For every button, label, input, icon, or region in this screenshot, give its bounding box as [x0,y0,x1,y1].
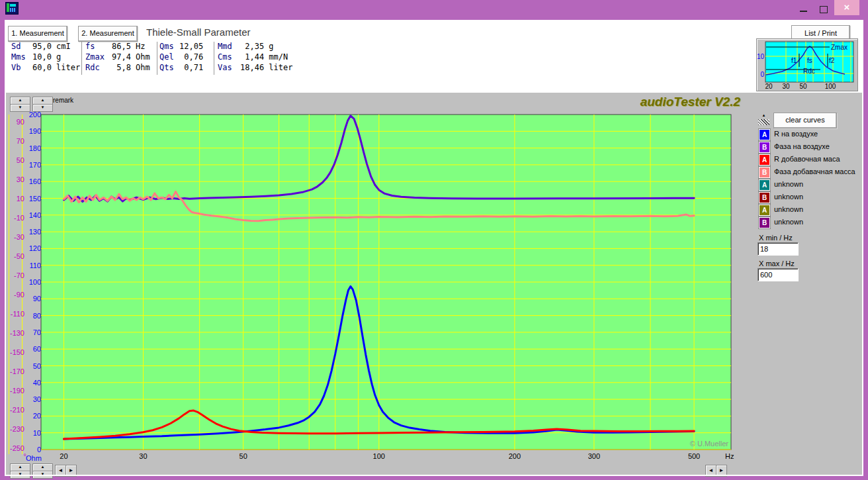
parameter-group: Mmd 2,35 gCms 1,44 mm/NVas18,46 liter [218,42,300,73]
parameter-value: 5,8 Ohm [112,63,150,72]
phase-tick-label: 30 [6,175,24,183]
parameter-label: Vas [218,63,240,72]
maximize-icon [820,6,828,13]
phase-tick-label: -250 [6,444,24,452]
ohm-tick-label: 90 [25,295,41,303]
maximize-button[interactable] [816,4,831,15]
parameter-label: Mms [11,52,32,62]
ohm-tick-label: 120 [25,244,41,252]
down-arrow-icon: ▼ [41,105,45,109]
legend-marker[interactable]: B [759,142,770,153]
legend-label: Фаза на воздухе [774,142,830,150]
app-window: × 1. Measurement 2. Measurement Thiele-S… [0,0,868,480]
phase-tick-label: -110 [6,310,24,318]
app-icon[interactable] [5,2,19,15]
ohm-tick-label: 190 [25,127,41,135]
ohm-tick-label: 0 [25,446,41,454]
thumbnail-plot: Zmax f1 fs f2 Rdc 10 0 20 30 50 100 [757,39,857,91]
xmin-label: X min / Hz [759,234,793,242]
measurement-1-button[interactable]: 1. Measurement [8,26,67,42]
measurement-2-button[interactable]: 2. Measurement [78,26,138,42]
legend-marker[interactable]: A [759,129,770,140]
ohm-tick-label: 30 [25,395,41,403]
phase-tick-label: -210 [6,406,24,414]
window-edge [862,20,863,476]
ohm-tick-label: 40 [25,379,41,387]
ohm-tick-label: 170 [25,161,41,169]
ohm-tick-label: 110 [25,262,41,269]
parameter-row: Qts 0,71 [159,63,212,73]
thumb-fs-label: fs [807,57,812,64]
phase-tick-label: 10 [6,195,24,203]
thumb-zmax-label: Zmax [831,44,847,51]
parameter-value: 86,5 Hz [112,42,146,51]
main-chart: © U.Mueller [40,110,734,454]
legend-label: R добавочная маса [774,155,840,163]
left-arrow-icon: ◄ [58,467,64,473]
parameter-value: 0,76 [179,52,203,62]
phase-axis-line [9,115,9,454]
minimize-button[interactable] [797,4,811,15]
thumb-x-20: 20 [765,83,773,90]
phase-tick-label: 70 [6,137,24,145]
parameter-label: Vb [11,63,32,72]
y-scale-spinner-ohm: ▲ ▼ [32,97,52,111]
parameter-row: Mms10,0 g [11,52,79,63]
phase-tick-label: -190 [6,387,24,395]
ohm-tick-label: 140 [25,211,41,219]
xmax-input[interactable] [758,268,799,281]
thumb-x-100: 100 [825,83,836,90]
parameter-value: 0,71 [179,63,203,72]
hide-curve-button[interactable]: ▲ [758,113,771,127]
legend-marker[interactable]: A [759,179,770,191]
impedance-thumbnail: Zmax f1 fs f2 Rdc 10 0 20 30 50 100 [756,38,858,91]
phase-tick-label: -150 [6,348,24,356]
parameter-label: Qts [159,63,179,72]
phase-tick-label: 50 [6,156,24,164]
down-arrow-icon: ▼ [19,105,22,109]
xmin-input[interactable] [758,242,799,256]
group-divider [81,42,82,75]
parameter-label: Sd [11,42,32,51]
parameter-value: 10,0 g [32,52,61,62]
legend-marker[interactable]: B [759,217,770,228]
parameter-value: 60,0 liter [32,63,80,72]
parameter-label: fs [85,42,112,51]
thumb-y-10: 10 [757,53,764,60]
ohm-tick-label: 100 [25,278,41,286]
legend-marker[interactable]: B [759,167,770,178]
xmax-label: X max / Hz [759,260,795,267]
app-logo: audioTester V2.2 [469,95,740,109]
ohm-tick-label: 200 [25,111,41,119]
phase-tick-label: -50 [6,252,24,260]
parameter-group: Sd95,0 cmIMms10,0 gVb60,0 liter [11,42,79,73]
parameter-row: Mmd 2,35 g [218,42,300,52]
phase-tick-label: -10 [6,214,24,222]
parameter-value: 12,05 [179,42,203,51]
parameter-panel: 1. Measurement 2. Measurement Thiele-Sma… [6,20,862,93]
parameter-value: 2,35 g [240,42,274,51]
up-arrow-icon: ▲ [19,465,22,469]
thumb-x-50: 50 [799,83,807,90]
app-icon-detail [10,4,16,7]
legend-marker[interactable]: A [759,154,770,166]
parameter-row: Cms 1,44 mm/N [218,52,300,63]
parameter-label: Rdc [85,63,112,72]
parameter-value: 18,46 liter [240,63,292,72]
y-scale-spinner-phase: ▲ ▼ [10,97,29,111]
ohm-tick-label: 10 [25,429,41,437]
legend-marker[interactable]: B [759,192,770,203]
legend-marker[interactable]: A [759,205,770,216]
legend-label: unknown [774,193,803,201]
clear-curves-button[interactable]: clear curves [773,113,837,128]
window-edge [5,20,6,476]
phase-tick-label: -230 [6,425,24,433]
parameter-label: Zmax [85,52,112,62]
legend-label: Фаза добавачная масса [774,168,855,175]
app-icon-detail [7,3,9,12]
ohm-tick-label: 130 [25,228,41,236]
parameter-label: Cms [218,52,240,62]
thumb-f2-label: f2 [829,57,835,64]
close-button[interactable]: × [834,0,859,15]
ohm-unit-label: Ohm [26,454,44,462]
